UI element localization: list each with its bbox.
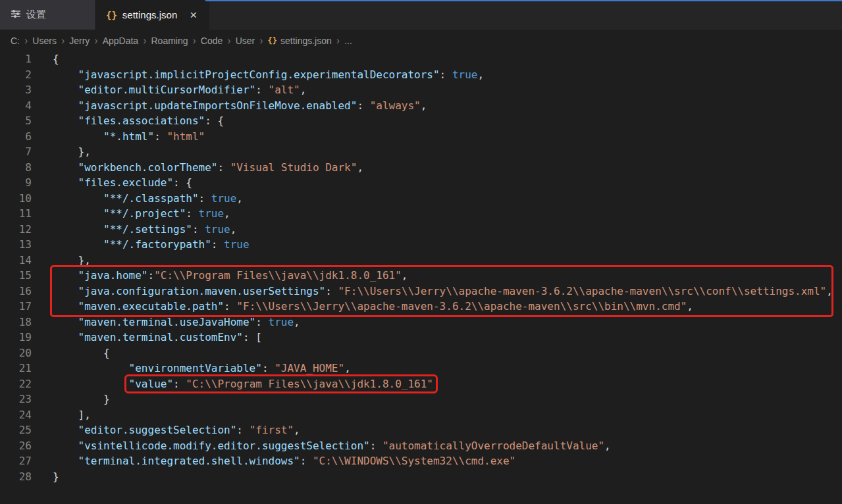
vscode-window: 设置 {} settings.json × C:›Users›Jerry›App… <box>0 0 842 504</box>
code-text: "**/.project": true, <box>32 206 230 222</box>
breadcrumb-item-more[interactable]: ... <box>344 36 352 46</box>
code-text: ], <box>32 407 91 423</box>
json-braces-icon: {} <box>268 36 277 45</box>
breadcrumb: C:›Users›Jerry›AppData›Roaming›Code›User… <box>0 30 842 51</box>
line-number: 8 <box>0 160 32 176</box>
line-number: 21 <box>0 361 32 376</box>
breadcrumb-separator-icon: › <box>24 36 28 46</box>
line-number: 27 <box>0 453 32 469</box>
code-text: "value": "C:\\Program Files\\java\\jdk1.… <box>32 376 433 392</box>
line-number: 6 <box>0 129 32 145</box>
code-text: "editor.suggestSelection": "first", <box>32 422 300 438</box>
editor: 1{2 "javascript.implicitProjectConfig.ex… <box>0 51 842 504</box>
tab-settings[interactable]: 设置 <box>0 0 95 30</box>
code-text: "environmentVariable": "JAVA_HOME", <box>32 361 351 376</box>
line-number: 23 <box>0 391 32 407</box>
line-number: 9 <box>0 175 32 191</box>
code-line[interactable]: 18 "maven.terminal.useJavaHome": true, <box>0 315 842 330</box>
code-text: "java.configuration.maven.userSettings":… <box>32 284 833 299</box>
code-text: { <box>32 51 59 67</box>
line-number: 24 <box>0 407 32 423</box>
code-line[interactable]: 6 "*.html": "html" <box>0 129 842 145</box>
breadcrumb-item-users[interactable]: Users <box>32 36 57 46</box>
annotation-highlight-box: "value": "C:\\Program Files\\java\\jdk1.… <box>129 376 433 392</box>
close-tab-icon[interactable]: × <box>188 9 199 21</box>
code-text: "*.html": "html" <box>32 129 205 145</box>
tab-label-settings-json: settings.json <box>122 9 177 20</box>
breadcrumb-separator-icon: › <box>143 36 146 46</box>
line-number: 25 <box>0 422 32 438</box>
code-line[interactable]: 19 "maven.terminal.customEnv": [ <box>0 330 842 345</box>
code-line[interactable]: 10 "**/.classpath": true, <box>0 191 842 207</box>
code-line[interactable]: 14 }, <box>0 253 842 268</box>
breadcrumb-item-appdata[interactable]: AppData <box>103 36 138 46</box>
code-line[interactable]: 17 "maven.executable.path": "F:\\Users\\… <box>0 299 842 315</box>
line-number: 20 <box>0 345 32 361</box>
code-line[interactable]: 13 "**/.factorypath": true <box>0 237 842 253</box>
code-line[interactable]: 8 "workbench.colorTheme": "Visual Studio… <box>0 160 842 176</box>
code-line[interactable]: 4 "javascript.updateImportsOnFileMove.en… <box>0 98 842 114</box>
line-number: 1 <box>0 51 32 67</box>
code-line[interactable]: 15 "java.home":"C:\\Program Files\\java\… <box>0 268 842 284</box>
code-line[interactable]: 21 "environmentVariable": "JAVA_HOME", <box>0 361 842 376</box>
code-line[interactable]: 16 "java.configuration.maven.userSetting… <box>0 284 842 299</box>
code-line[interactable]: 28} <box>0 469 842 485</box>
breadcrumb-label: User <box>236 36 255 46</box>
code-line[interactable]: 3 "editor.multiCursorModifier": "alt", <box>0 82 842 98</box>
code-line[interactable]: 22 "value": "C:\\Program Files\\java\\jd… <box>0 376 842 392</box>
line-number: 15 <box>0 268 32 284</box>
code-line[interactable]: 9 "files.exclude": { <box>0 175 842 191</box>
breadcrumb-label: Roaming <box>151 36 188 46</box>
breadcrumb-item-code[interactable]: Code <box>201 36 223 46</box>
tab-label-settings: 设置 <box>26 9 46 21</box>
breadcrumb-separator-icon: › <box>259 36 263 46</box>
line-number: 26 <box>0 438 32 454</box>
line-number: 19 <box>0 330 32 345</box>
code-line[interactable]: 1{ <box>0 51 842 67</box>
settings-sliders-icon <box>11 9 21 21</box>
code-lines: 1{2 "javascript.implicitProjectConfig.ex… <box>0 51 842 484</box>
breadcrumb-label: Code <box>201 36 223 46</box>
code-text: "maven.terminal.customEnv": [ <box>32 330 262 345</box>
breadcrumb-label: Jerry <box>69 36 90 46</box>
tab-settings-json[interactable]: {} settings.json × <box>95 0 210 30</box>
code-text: "vsintellicode.modify.editor.suggestSele… <box>32 438 611 454</box>
line-number: 4 <box>0 98 32 114</box>
code-line[interactable]: 7 }, <box>0 144 842 160</box>
breadcrumb-item-roaming[interactable]: Roaming <box>151 36 188 46</box>
code-text: } <box>32 469 59 485</box>
code-text: "files.associations": { <box>32 113 224 129</box>
breadcrumb-separator-icon: › <box>227 36 230 46</box>
code-line[interactable]: 24 ], <box>0 407 842 423</box>
code-line[interactable]: 11 "**/.project": true, <box>0 206 842 222</box>
breadcrumb-item-settingsjson[interactable]: {}settings.json <box>268 36 332 46</box>
code-line[interactable]: 23 } <box>0 391 842 407</box>
tab-bar: 设置 {} settings.json × <box>0 0 842 30</box>
line-number: 3 <box>0 82 32 98</box>
breadcrumb-label: ... <box>344 36 352 46</box>
breadcrumb-separator-icon: › <box>336 36 340 46</box>
code-line[interactable]: 20 { <box>0 345 842 361</box>
breadcrumb-item-jerry[interactable]: Jerry <box>69 36 90 46</box>
breadcrumb-item-c[interactable]: C: <box>11 36 20 46</box>
breadcrumb-label: C: <box>11 36 20 46</box>
breadcrumb-label: AppData <box>103 36 138 46</box>
code-line[interactable]: 2 "javascript.implicitProjectConfig.expe… <box>0 67 842 83</box>
code-text: "maven.executable.path": "F:\\Users\\Jer… <box>32 299 693 315</box>
code-text: "workbench.colorTheme": "Visual Studio D… <box>32 160 363 176</box>
code-text: "editor.multiCursorModifier": "alt", <box>32 82 306 98</box>
code-text: "**/.classpath": true, <box>32 191 243 207</box>
code-line[interactable]: 26 "vsintellicode.modify.editor.suggestS… <box>0 438 842 454</box>
breadcrumb-label: Users <box>32 36 57 46</box>
line-number: 7 <box>0 144 32 160</box>
code-text: { <box>32 345 110 361</box>
code-line[interactable]: 12 "**/.settings": true, <box>0 222 842 238</box>
code-line[interactable]: 27 "terminal.integrated.shell.windows": … <box>0 453 842 469</box>
code-text: "javascript.implicitProjectConfig.experi… <box>32 67 484 83</box>
line-number: 18 <box>0 315 32 330</box>
code-line[interactable]: 5 "files.associations": { <box>0 113 842 129</box>
breadcrumb-separator-icon: › <box>61 36 65 46</box>
code-line[interactable]: 25 "editor.suggestSelection": "first", <box>0 422 842 438</box>
breadcrumb-item-user[interactable]: User <box>236 36 255 46</box>
code-text: "**/.settings": true, <box>32 222 236 238</box>
